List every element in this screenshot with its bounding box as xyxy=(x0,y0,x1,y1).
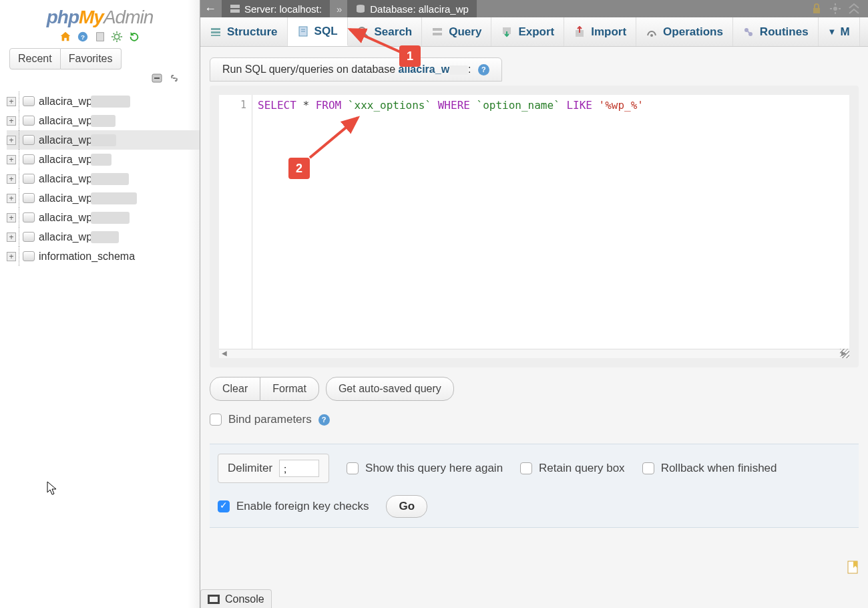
sql-code-line[interactable]: SELECT * FROM `xxx_options` WHERE `optio… xyxy=(258,99,644,112)
lock-icon[interactable] xyxy=(811,3,823,15)
retain-query-checkbox[interactable] xyxy=(520,462,532,474)
collapse-all-icon[interactable] xyxy=(152,73,162,83)
expand-icon[interactable]: + xyxy=(7,174,16,184)
db-tree-item[interactable]: +allacira_wp xyxy=(7,150,200,169)
help-icon[interactable]: ? xyxy=(318,414,330,426)
database-icon xyxy=(23,96,35,106)
search-icon xyxy=(357,26,369,38)
tab-label: Routines xyxy=(760,25,809,39)
svg-point-35 xyxy=(650,34,653,37)
svg-rect-24 xyxy=(211,31,220,33)
bind-parameters-checkbox[interactable] xyxy=(210,414,222,426)
fk-checks-checkbox[interactable] xyxy=(218,500,230,512)
nav-back-icon[interactable]: ← xyxy=(204,2,216,16)
db-tree-item[interactable]: +information_schema xyxy=(7,247,200,266)
tab-label: SQL xyxy=(314,25,338,38)
routines-icon xyxy=(742,26,754,38)
query-icon xyxy=(431,26,443,38)
tab-structure[interactable]: Structure xyxy=(200,17,288,46)
expand-icon[interactable] xyxy=(848,3,860,15)
gear-icon[interactable] xyxy=(829,3,841,15)
db-tree-item[interactable]: +allacira_wp xyxy=(7,111,200,130)
db-tree-item[interactable]: +allacira_wp xyxy=(7,208,200,227)
tab-label: Search xyxy=(375,25,413,39)
db-tree-item[interactable]: +allacira_wp xyxy=(7,169,200,188)
structure-icon xyxy=(210,26,222,38)
database-icon xyxy=(23,174,35,184)
breadcrumb-bar: ← Server: localhost: » Database: allacir… xyxy=(200,0,868,17)
database-icon xyxy=(23,251,35,261)
sql-editor[interactable]: 1 SELECT * FROM `xxx_options` WHERE `opt… xyxy=(219,95,849,349)
console-icon xyxy=(208,595,220,604)
expand-icon[interactable]: + xyxy=(7,233,16,242)
tab-operations[interactable]: Operations xyxy=(636,17,733,46)
db-tree-label: allacira_wp xyxy=(39,212,92,224)
console-bar[interactable]: Console xyxy=(200,589,272,608)
sql-icon xyxy=(297,25,309,37)
home-icon[interactable] xyxy=(59,31,71,43)
database-icon xyxy=(23,135,35,145)
breadcrumb-database-label: Database: allacira_wp xyxy=(370,3,469,15)
tab-more[interactable]: ▼M xyxy=(819,17,860,46)
line-number: 1 xyxy=(240,99,246,111)
docs-icon[interactable] xyxy=(94,31,106,43)
delimiter-input[interactable] xyxy=(279,460,319,477)
database-icon xyxy=(23,116,35,126)
database-icon xyxy=(23,154,35,164)
tab-export[interactable]: Export xyxy=(491,17,564,46)
help-icon[interactable]: ? xyxy=(478,64,489,75)
editor-resize-handle[interactable] xyxy=(840,349,849,358)
operations-icon xyxy=(646,26,658,38)
editor-scrollbar[interactable]: ◀▶ xyxy=(219,349,849,358)
tab-label: Structure xyxy=(227,25,278,39)
expand-icon[interactable]: + xyxy=(7,252,16,261)
phpmyadmin-logo[interactable]: phpMyAdmin ? xyxy=(0,0,200,44)
tab-label: Export xyxy=(518,25,554,39)
svg-line-11 xyxy=(120,33,121,35)
console-label: Console xyxy=(225,593,264,605)
breadcrumb-server[interactable]: Server: localhost: xyxy=(222,0,330,17)
expand-icon[interactable]: + xyxy=(7,116,16,126)
expand-icon[interactable]: + xyxy=(7,213,16,222)
delimiter-label: Delimiter xyxy=(228,462,272,475)
tab-label: Operations xyxy=(663,25,723,39)
recent-button[interactable]: Recent xyxy=(9,48,61,69)
tab-label: Query xyxy=(449,25,481,39)
reload-icon[interactable] xyxy=(128,31,140,43)
svg-rect-25 xyxy=(211,35,220,36)
show-again-checkbox[interactable] xyxy=(347,462,359,474)
get-autosaved-button[interactable]: Get auto-saved query xyxy=(326,377,454,401)
settings-icon[interactable] xyxy=(111,31,123,43)
tab-search[interactable]: Search xyxy=(348,17,423,46)
expand-icon[interactable]: + xyxy=(7,155,16,164)
db-tree-item[interactable]: +allacira_wp xyxy=(7,188,200,208)
db-tree-label: allacira_wp xyxy=(39,173,92,185)
link-icon[interactable] xyxy=(169,73,180,83)
help-icon[interactable]: ? xyxy=(77,31,89,43)
database-tree: +allacira_wp+allacira_wp+allacira_wp+all… xyxy=(0,89,200,266)
favorites-button[interactable]: Favorites xyxy=(61,48,122,69)
tab-routines[interactable]: Routines xyxy=(733,17,819,46)
tab-import[interactable]: Import xyxy=(564,17,636,46)
db-tree-item[interactable]: +allacira_wp xyxy=(7,92,200,111)
database-icon xyxy=(23,193,35,203)
go-button[interactable]: Go xyxy=(386,495,427,518)
breadcrumb-database[interactable]: Database: allacira_wp xyxy=(347,0,477,17)
rollback-checkbox[interactable] xyxy=(642,462,654,474)
bind-parameters-label: Bind parameters xyxy=(228,413,312,426)
tab-sql[interactable]: SQL xyxy=(288,17,348,46)
logo-admin: Admin xyxy=(103,7,153,27)
bookmark-icon[interactable] xyxy=(847,560,859,576)
clear-button[interactable]: Clear xyxy=(210,377,260,401)
expand-icon[interactable]: + xyxy=(7,136,16,145)
tab-query[interactable]: Query xyxy=(422,17,491,46)
db-tree-item[interactable]: +allacira_wp xyxy=(7,227,200,247)
format-button[interactable]: Format xyxy=(260,377,319,401)
panel-suffix: : xyxy=(468,63,471,75)
expand-icon[interactable]: + xyxy=(7,194,16,203)
svg-rect-17 xyxy=(813,8,820,13)
db-tree-item[interactable]: +allacira_wp xyxy=(7,130,200,150)
database-icon xyxy=(23,212,35,222)
svg-rect-2 xyxy=(96,33,103,41)
expand-icon[interactable]: + xyxy=(7,97,16,106)
